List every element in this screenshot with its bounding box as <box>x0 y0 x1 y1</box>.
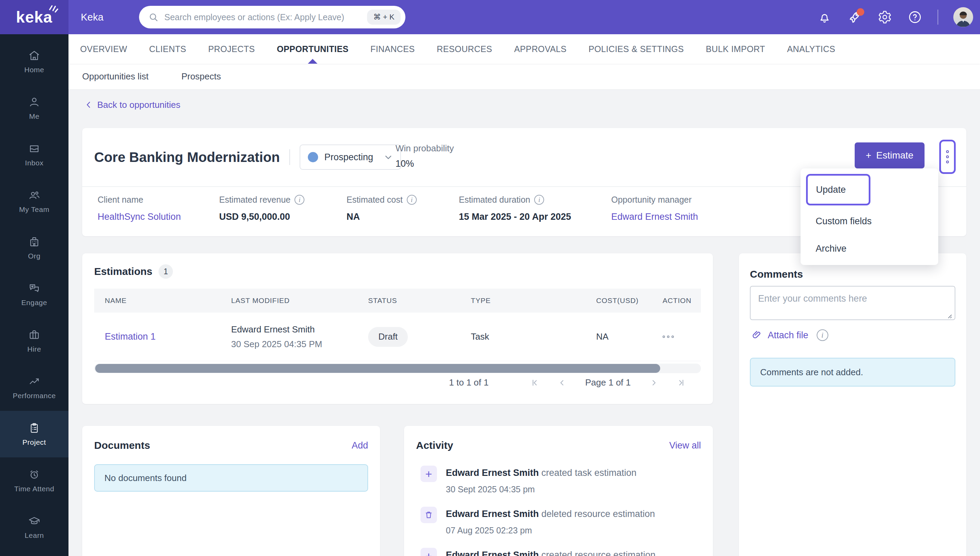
header-more-actions-button[interactable] <box>939 140 956 174</box>
activity-actor: Edward Ernest Smith <box>446 509 539 519</box>
subtab-opportunities-list[interactable]: Opportunities list <box>82 71 149 82</box>
tab-policies-settings[interactable]: POLICIES & SETTINGS <box>589 34 684 64</box>
view-all-activity-button[interactable]: View all <box>669 440 701 451</box>
settings-gear-icon[interactable] <box>877 10 892 25</box>
activity-action: created task estimation <box>541 468 637 478</box>
estimate-button[interactable]: + Estimate <box>855 142 925 168</box>
first-page-button[interactable] <box>530 378 539 387</box>
sidebar-item-time-attend[interactable]: Time Attend <box>0 457 68 504</box>
info-icon[interactable]: i <box>407 195 417 205</box>
tab-analytics[interactable]: ANALYTICS <box>787 34 836 64</box>
field-opportunity-manager: Opportunity manager Edward Ernest Smith <box>611 195 698 222</box>
horizontal-scrollbar-track[interactable] <box>94 364 701 373</box>
modified-at: 30 Sep 2025 04:35 PM <box>231 339 368 349</box>
sub-nav: Opportunities list Prospects <box>68 64 980 90</box>
comments-empty-alert: Comments are not added. <box>750 358 955 386</box>
notification-badge <box>857 8 864 16</box>
tab-clients[interactable]: CLIENTS <box>149 34 186 64</box>
win-probability: Win probability 10% <box>396 143 454 169</box>
estimation-cost: NA <box>596 331 663 342</box>
help-icon[interactable] <box>907 10 922 25</box>
sidebar-item-label: Me <box>29 112 39 121</box>
info-icon[interactable]: i <box>534 195 544 205</box>
last-page-button[interactable] <box>677 378 686 387</box>
documents-empty-alert: No documents found <box>94 464 368 491</box>
sidebar-item-label: Time Attend <box>15 485 55 493</box>
pagination-page-label: Page 1 of 1 <box>585 377 631 388</box>
menu-item-custom-fields[interactable]: Custom fields <box>806 207 933 235</box>
menu-item-archive[interactable]: Archive <box>806 235 933 262</box>
activity-item: Edward Ernest Smith deleted resource est… <box>420 507 699 535</box>
sidebar-item-performance[interactable]: Performance <box>0 364 68 411</box>
estimations-title: Estimations <box>94 266 152 277</box>
client-name-link[interactable]: HealthSync Solution <box>98 212 181 222</box>
activity-card: Activity View all + Edward Ernest Smith … <box>404 426 713 556</box>
documents-title: Documents <box>94 440 150 451</box>
tab-bulk-import[interactable]: BULK IMPORT <box>706 34 765 64</box>
next-page-button[interactable] <box>649 378 658 387</box>
estimations-table: NAME LAST MODIFIED STATUS TYPE COST(USD)… <box>94 289 701 361</box>
trash-icon <box>420 507 437 523</box>
whats-new-rocket-icon[interactable] <box>847 10 862 25</box>
attach-file-button[interactable]: Attach file <box>768 330 809 341</box>
sidebar-item-home[interactable]: Home <box>0 38 68 85</box>
sidebar-item-org[interactable]: Org <box>0 225 68 271</box>
row-more-actions-button[interactable] <box>663 336 701 338</box>
plus-icon: + <box>866 150 871 161</box>
global-search[interactable]: ⌘ + K <box>139 6 406 28</box>
screen: keka Keka ⌘ + K <box>0 0 980 556</box>
comment-input[interactable] <box>750 286 955 320</box>
activity-action: deleted resource estimation <box>541 509 655 519</box>
estimation-type: Task <box>471 331 596 342</box>
activity-actor: Edward Ernest Smith <box>446 468 539 478</box>
status-dot-icon <box>308 152 318 162</box>
user-avatar[interactable] <box>953 7 973 27</box>
chevron-down-icon <box>383 152 393 162</box>
search-icon <box>148 11 159 23</box>
activity-action: created resource estimation <box>541 550 655 556</box>
activity-time: 30 Sept 2025 04:35 pm <box>446 485 637 495</box>
tab-projects[interactable]: PROJECTS <box>208 34 255 64</box>
sidebar-item-learn[interactable]: Learn <box>0 504 68 551</box>
field-client-name: Client name HealthSync Solution <box>98 195 181 222</box>
back-to-opportunities-link[interactable]: Back to opportunities <box>84 97 180 112</box>
info-icon[interactable]: i <box>817 329 828 341</box>
status-dropdown[interactable]: Prospecting <box>300 144 401 170</box>
back-link-label: Back to opportunities <box>97 100 180 110</box>
comments-card: Comments Attach file i Comments are not … <box>739 253 966 556</box>
sidebar-item-hire[interactable]: Hire <box>0 318 68 364</box>
sidebar-item-me[interactable]: Me <box>0 85 68 131</box>
keka-logo[interactable]: keka <box>0 0 68 34</box>
prev-page-button[interactable] <box>558 378 567 387</box>
notifications-bell-icon[interactable] <box>817 10 832 25</box>
subtab-prospects[interactable]: Prospects <box>181 71 221 82</box>
tab-overview[interactable]: OVERVIEW <box>80 34 128 64</box>
sidebar-item-project[interactable]: Project <box>0 411 68 457</box>
field-estimated-cost: Estimated costi NA <box>346 195 417 222</box>
more-actions-menu: Update Custom fields Archive <box>800 168 938 265</box>
tab-resources[interactable]: RESOURCES <box>437 34 492 64</box>
sidebar-item-inbox[interactable]: Inbox <box>0 131 68 178</box>
estimations-count-badge: 1 <box>158 264 173 279</box>
top-bar: keka Keka ⌘ + K <box>0 0 980 34</box>
activity-item: + Edward Ernest Smith created task estim… <box>420 465 699 495</box>
tab-approvals[interactable]: APPROVALS <box>514 34 566 64</box>
opportunity-manager-link[interactable]: Edward Ernest Smith <box>611 212 698 222</box>
estimation-link[interactable]: Estimation 1 <box>105 331 156 342</box>
menu-item-update[interactable]: Update <box>806 174 870 205</box>
activity-actor: Edward Ernest Smith <box>446 550 539 556</box>
sidebar-item-my-team[interactable]: My Team <box>0 178 68 225</box>
status-badge: Draft <box>368 327 408 347</box>
tab-opportunities[interactable]: OPPORTUNITIES <box>277 34 348 64</box>
horizontal-scrollbar-thumb[interactable] <box>95 364 660 373</box>
topbar-actions <box>817 0 973 34</box>
win-probability-value: 10% <box>396 158 454 169</box>
brand-wordmark: keka <box>16 8 52 26</box>
shortcut-chip: ⌘ + K <box>367 10 401 25</box>
search-input[interactable] <box>164 12 367 22</box>
info-icon[interactable]: i <box>294 195 304 205</box>
table-row: Estimation 1 Edward Ernest Smith 30 Sep … <box>94 313 701 361</box>
add-document-button[interactable]: Add <box>352 440 368 451</box>
sidebar-item-engage[interactable]: Engage <box>0 271 68 318</box>
tab-finances[interactable]: FINANCES <box>370 34 415 64</box>
